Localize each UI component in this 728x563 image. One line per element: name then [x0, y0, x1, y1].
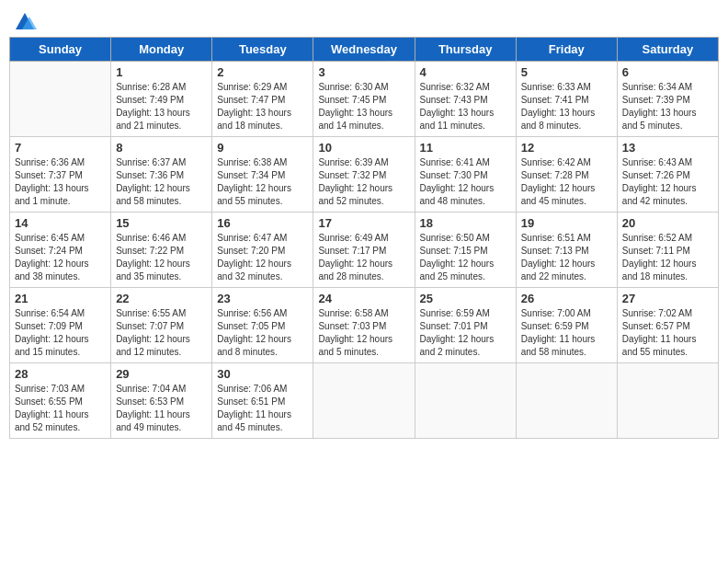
day-number: 26	[521, 292, 612, 305]
day-number: 19	[521, 216, 612, 230]
day-info: Sunrise: 6:38 AM Sunset: 7:34 PM Dayligh…	[217, 156, 308, 208]
calendar-cell: 25Sunrise: 6:59 AM Sunset: 7:01 PM Dayli…	[415, 288, 516, 363]
day-number: 21	[15, 292, 106, 305]
calendar-cell: 1Sunrise: 6:28 AM Sunset: 7:49 PM Daylig…	[111, 62, 212, 137]
day-info: Sunrise: 7:04 AM Sunset: 6:53 PM Dayligh…	[116, 383, 207, 434]
day-number: 12	[521, 141, 612, 155]
calendar-cell: 26Sunrise: 7:00 AM Sunset: 6:59 PM Dayli…	[516, 288, 617, 363]
day-number: 2	[217, 65, 308, 79]
day-number: 25	[420, 292, 511, 305]
logo	[9, 9, 40, 29]
day-number: 3	[318, 65, 409, 79]
day-number: 18	[420, 216, 511, 230]
calendar-cell: 21Sunrise: 6:54 AM Sunset: 7:09 PM Dayli…	[10, 288, 111, 363]
day-info: Sunrise: 7:02 AM Sunset: 6:57 PM Dayligh…	[622, 307, 713, 359]
day-info: Sunrise: 6:49 AM Sunset: 7:17 PM Dayligh…	[318, 232, 409, 283]
day-info: Sunrise: 6:30 AM Sunset: 7:45 PM Dayligh…	[318, 81, 409, 132]
day-number: 15	[116, 216, 207, 230]
day-info: Sunrise: 6:45 AM Sunset: 7:24 PM Dayligh…	[15, 232, 106, 283]
day-info: Sunrise: 7:03 AM Sunset: 6:55 PM Dayligh…	[15, 383, 106, 434]
calendar-cell	[516, 363, 617, 439]
calendar-cell: 2Sunrise: 6:29 AM Sunset: 7:47 PM Daylig…	[212, 62, 313, 137]
day-info: Sunrise: 7:00 AM Sunset: 6:59 PM Dayligh…	[521, 307, 612, 359]
day-info: Sunrise: 6:36 AM Sunset: 7:37 PM Dayligh…	[15, 156, 106, 208]
calendar-week-row: 28Sunrise: 7:03 AM Sunset: 6:55 PM Dayli…	[10, 363, 719, 439]
calendar-cell: 13Sunrise: 6:43 AM Sunset: 7:26 PM Dayli…	[617, 137, 718, 213]
day-info: Sunrise: 6:29 AM Sunset: 7:47 PM Dayligh…	[217, 81, 308, 132]
day-number: 28	[15, 367, 106, 381]
day-info: Sunrise: 6:50 AM Sunset: 7:15 PM Dayligh…	[420, 232, 511, 283]
calendar-cell: 29Sunrise: 7:04 AM Sunset: 6:53 PM Dayli…	[111, 363, 212, 439]
day-info: Sunrise: 6:39 AM Sunset: 7:32 PM Dayligh…	[318, 156, 409, 208]
calendar-cell: 20Sunrise: 6:52 AM Sunset: 7:11 PM Dayli…	[617, 213, 718, 288]
day-info: Sunrise: 6:46 AM Sunset: 7:22 PM Dayligh…	[116, 232, 207, 283]
day-info: Sunrise: 6:47 AM Sunset: 7:20 PM Dayligh…	[217, 232, 308, 283]
calendar-week-row: 7Sunrise: 6:36 AM Sunset: 7:37 PM Daylig…	[10, 137, 719, 213]
calendar-cell: 28Sunrise: 7:03 AM Sunset: 6:55 PM Dayli…	[10, 363, 111, 439]
calendar-cell: 19Sunrise: 6:51 AM Sunset: 7:13 PM Dayli…	[516, 213, 617, 288]
calendar-cell: 24Sunrise: 6:58 AM Sunset: 7:03 PM Dayli…	[313, 288, 415, 363]
calendar-body: 1Sunrise: 6:28 AM Sunset: 7:49 PM Daylig…	[10, 62, 719, 439]
calendar-week-row: 21Sunrise: 6:54 AM Sunset: 7:09 PM Dayli…	[10, 288, 719, 363]
day-number: 11	[420, 141, 511, 155]
day-number: 30	[217, 367, 308, 381]
calendar-cell: 18Sunrise: 6:50 AM Sunset: 7:15 PM Dayli…	[415, 213, 516, 288]
calendar-cell: 15Sunrise: 6:46 AM Sunset: 7:22 PM Dayli…	[111, 213, 212, 288]
calendar-cell: 8Sunrise: 6:37 AM Sunset: 7:36 PM Daylig…	[111, 137, 212, 213]
calendar-week-row: 14Sunrise: 6:45 AM Sunset: 7:24 PM Dayli…	[10, 213, 719, 288]
day-info: Sunrise: 6:43 AM Sunset: 7:26 PM Dayligh…	[622, 156, 713, 208]
day-number: 13	[622, 141, 713, 155]
day-number: 4	[420, 65, 511, 79]
day-of-week-header: Thursday	[415, 38, 516, 62]
day-of-week-header: Friday	[516, 38, 617, 62]
day-info: Sunrise: 7:06 AM Sunset: 6:51 PM Dayligh…	[217, 383, 308, 434]
calendar-cell: 9Sunrise: 6:38 AM Sunset: 7:34 PM Daylig…	[212, 137, 313, 213]
calendar-cell: 10Sunrise: 6:39 AM Sunset: 7:32 PM Dayli…	[313, 137, 415, 213]
day-number: 9	[217, 141, 308, 155]
calendar-cell: 17Sunrise: 6:49 AM Sunset: 7:17 PM Dayli…	[313, 213, 415, 288]
calendar-cell: 11Sunrise: 6:41 AM Sunset: 7:30 PM Dayli…	[415, 137, 516, 213]
calendar-cell	[10, 62, 111, 137]
day-info: Sunrise: 6:59 AM Sunset: 7:01 PM Dayligh…	[420, 307, 511, 359]
calendar-cell: 5Sunrise: 6:33 AM Sunset: 7:41 PM Daylig…	[516, 62, 617, 137]
day-info: Sunrise: 6:42 AM Sunset: 7:28 PM Dayligh…	[521, 156, 612, 208]
calendar-cell: 12Sunrise: 6:42 AM Sunset: 7:28 PM Dayli…	[516, 137, 617, 213]
calendar-cell: 3Sunrise: 6:30 AM Sunset: 7:45 PM Daylig…	[313, 62, 415, 137]
calendar-cell: 23Sunrise: 6:56 AM Sunset: 7:05 PM Dayli…	[212, 288, 313, 363]
day-number: 1	[116, 65, 207, 79]
day-of-week-header: Saturday	[617, 38, 718, 62]
day-info: Sunrise: 6:56 AM Sunset: 7:05 PM Dayligh…	[217, 307, 308, 359]
calendar-table: SundayMondayTuesdayWednesdayThursdayFrid…	[9, 37, 719, 439]
calendar-cell: 30Sunrise: 7:06 AM Sunset: 6:51 PM Dayli…	[212, 363, 313, 439]
day-number: 16	[217, 216, 308, 230]
calendar-cell: 4Sunrise: 6:32 AM Sunset: 7:43 PM Daylig…	[415, 62, 516, 137]
day-number: 27	[622, 292, 713, 305]
day-info: Sunrise: 6:33 AM Sunset: 7:41 PM Dayligh…	[521, 81, 612, 132]
calendar-week-row: 1Sunrise: 6:28 AM Sunset: 7:49 PM Daylig…	[10, 62, 719, 137]
day-info: Sunrise: 6:54 AM Sunset: 7:09 PM Dayligh…	[15, 307, 106, 359]
day-number: 20	[622, 216, 713, 230]
day-number: 6	[622, 65, 713, 79]
calendar-cell	[415, 363, 516, 439]
day-number: 7	[15, 141, 106, 155]
day-number: 23	[217, 292, 308, 305]
calendar-cell: 14Sunrise: 6:45 AM Sunset: 7:24 PM Dayli…	[10, 213, 111, 288]
day-number: 24	[318, 292, 409, 305]
day-info: Sunrise: 6:32 AM Sunset: 7:43 PM Dayligh…	[420, 81, 511, 132]
calendar-cell: 7Sunrise: 6:36 AM Sunset: 7:37 PM Daylig…	[10, 137, 111, 213]
calendar-cell	[313, 363, 415, 439]
day-of-week-header: Tuesday	[212, 38, 313, 62]
logo-icon	[11, 9, 39, 33]
calendar-cell: 16Sunrise: 6:47 AM Sunset: 7:20 PM Dayli…	[212, 213, 313, 288]
calendar-cell	[617, 363, 718, 439]
calendar-cell: 22Sunrise: 6:55 AM Sunset: 7:07 PM Dayli…	[111, 288, 212, 363]
day-info: Sunrise: 6:34 AM Sunset: 7:39 PM Dayligh…	[622, 81, 713, 132]
day-number: 14	[15, 216, 106, 230]
calendar-cell: 6Sunrise: 6:34 AM Sunset: 7:39 PM Daylig…	[617, 62, 718, 137]
day-number: 22	[116, 292, 207, 305]
day-info: Sunrise: 6:41 AM Sunset: 7:30 PM Dayligh…	[420, 156, 511, 208]
day-of-week-header: Monday	[111, 38, 212, 62]
days-of-week-row: SundayMondayTuesdayWednesdayThursdayFrid…	[10, 38, 719, 62]
day-info: Sunrise: 6:55 AM Sunset: 7:07 PM Dayligh…	[116, 307, 207, 359]
page-header	[9, 9, 719, 29]
